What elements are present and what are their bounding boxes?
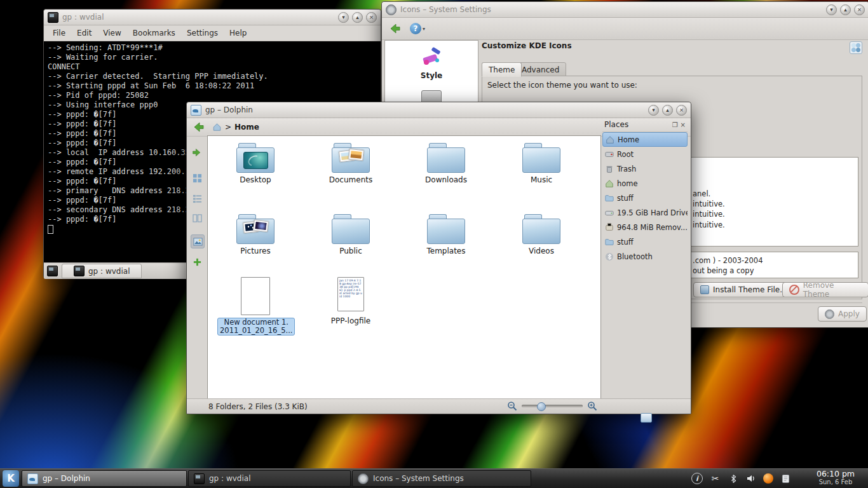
task-system-settings[interactable]: Icons – System Settings [352,470,531,487]
apply-gear-icon [825,309,834,319]
apply-button[interactable]: Apply [818,306,867,322]
notifications-icon[interactable]: i [691,473,703,484]
tab-advanced[interactable]: Advanced [515,62,566,77]
minimize-button[interactable]: ▾ [648,105,659,116]
maximize-button[interactable]: ▴ [662,105,673,116]
maximize-button[interactable]: ▴ [840,4,851,15]
details-view-icon [193,194,202,203]
file-item-new-document[interactable]: New document 1. 2011_01_20_16_5... [217,277,294,336]
zoom-out-icon[interactable] [507,401,517,411]
hard-drive-icon [605,208,614,217]
tab-theme[interactable]: Theme [482,62,522,77]
menu-view[interactable]: View [98,27,126,39]
filename-line1: New document 1. [224,318,288,327]
klipper-scissors-icon[interactable]: ✂ [710,473,721,484]
item-label: Downloads [408,175,484,184]
terminal-line: --> Starting pppd at Sun Feb 6 18:08:22 … [48,81,377,91]
zoom-slider[interactable] [522,405,583,407]
terminal-line: CONNECT [48,62,377,72]
item-label: Public [313,247,389,255]
zoom-in-icon[interactable] [587,401,597,411]
stray-thumbnail-icon [641,413,652,423]
text-file-icon [241,277,270,315]
place-label: Root [617,150,634,159]
removable-drive-icon [605,223,614,232]
folder-item-pictures[interactable]: Pictures [217,214,294,255]
sidebar-item-style[interactable]: Style [385,41,478,80]
menu-help[interactable]: Help [224,27,252,39]
settings-titlebar[interactable]: Icons – System Settings ▾ ▴ × [382,2,868,18]
close-button[interactable]: × [854,4,865,15]
menu-settings[interactable]: Settings [182,27,223,39]
back-arrow-icon [388,22,402,35]
dolphin-file-view[interactable]: Desktop Documents Downloads Music [207,135,601,400]
menu-bookmarks[interactable]: Bookmarks [128,27,180,39]
forward-button[interactable] [191,146,203,159]
place-root[interactable]: Root [602,147,688,161]
menu-edit[interactable]: Edit [72,27,97,39]
bluetooth-tray-icon[interactable] [728,473,738,484]
zoom-slider-handle[interactable] [537,402,546,411]
place-bluetooth[interactable]: Bluetooth [602,249,688,264]
dolphin-statusbar: 8 Folders, 2 Files (3.3 KiB) [187,398,691,414]
text-file-icon: Jan 17 09:4 7:18 gp-Asp ire-5738 pp pd[1… [337,277,364,311]
place-home-folder[interactable]: home [602,176,688,191]
icons-view-button[interactable] [191,172,203,184]
float-panel-icon[interactable]: ❐ [672,121,678,128]
theme-details-fragment: out being a copy [693,266,754,275]
split-view-button[interactable] [191,255,203,268]
place-label: stuff [617,238,634,247]
clock[interactable]: 06:10 pm Sun, 6 Feb [808,470,863,486]
place-home[interactable]: Home [602,132,688,147]
volume-icon[interactable] [745,473,756,484]
install-theme-label: Install Theme File... [713,285,787,294]
status-summary: 8 Folders, 2 Files (3.3 KiB) [208,402,308,411]
folder-item-documents[interactable]: Documents [313,142,389,184]
place-stuff-2[interactable]: stuff [602,234,688,249]
theme-description-fragment: anel. [693,189,710,198]
kmenu-button[interactable]: K [3,470,19,487]
minimize-button[interactable]: ▾ [826,4,837,15]
page-title: Customize KDE Icons [482,41,572,50]
install-theme-button[interactable]: Install Theme File... [693,282,794,297]
place-hard-drive[interactable]: 19.5 GiB Hard Drive [602,205,688,220]
maximize-button[interactable]: ▴ [352,12,363,23]
clipboard-icon[interactable] [780,473,791,484]
terminal-tab[interactable]: gp : wvdial [62,264,142,278]
columns-view-button[interactable] [191,212,203,224]
breadcrumb: > Home [212,123,259,132]
folder-item-videos[interactable]: Videos [503,214,580,255]
minimize-button[interactable]: ▾ [338,12,349,23]
update-notifier-icon[interactable] [763,473,773,484]
close-panel-icon[interactable]: × [681,121,686,128]
close-button[interactable]: × [676,105,687,116]
clock-date: Sun, 6 Feb [808,478,863,486]
folder-item-public[interactable]: Public [313,214,389,255]
folder-item-music[interactable]: Music [503,142,580,184]
dolphin-task-icon [27,473,38,484]
terminal-titlebar[interactable]: gp : wvdial ▾ ▴ × [44,10,381,25]
back-button[interactable] [387,22,402,36]
remove-theme-button[interactable]: Remove Theme [782,282,868,297]
menu-file[interactable]: File [48,27,71,39]
file-item-ppp-logfile[interactable]: Jan 17 09:4 7:18 gp-Asp ire-5738 pp pd[1… [313,277,389,325]
place-removable-drive[interactable]: 964.8 MiB Remov... [602,220,688,234]
folder-item-templates[interactable]: Templates [408,214,484,255]
remove-icon [789,285,799,295]
dolphin-titlebar[interactable]: gp – Dolphin ▾ ▴ × [187,102,691,118]
task-dolphin[interactable]: gp – Dolphin [22,470,187,487]
close-button[interactable]: × [366,12,377,23]
folder-item-downloads[interactable]: Downloads [408,142,484,184]
folder-item-desktop[interactable]: Desktop [217,142,294,184]
task-wvdial[interactable]: gp : wvdial [188,470,351,487]
place-stuff[interactable]: stuff [602,191,688,205]
new-tab-icon[interactable] [47,266,58,276]
help-button[interactable]: ? ▾ [410,23,425,34]
breadcrumb-home[interactable]: Home [234,123,259,132]
details-view-button[interactable] [191,192,203,205]
place-label: Home [618,135,639,144]
back-button[interactable] [191,120,206,134]
theme-description-fragment: intuitive. [693,200,725,208]
preview-toggle-button[interactable] [191,234,205,248]
place-trash[interactable]: Trash [602,161,688,176]
